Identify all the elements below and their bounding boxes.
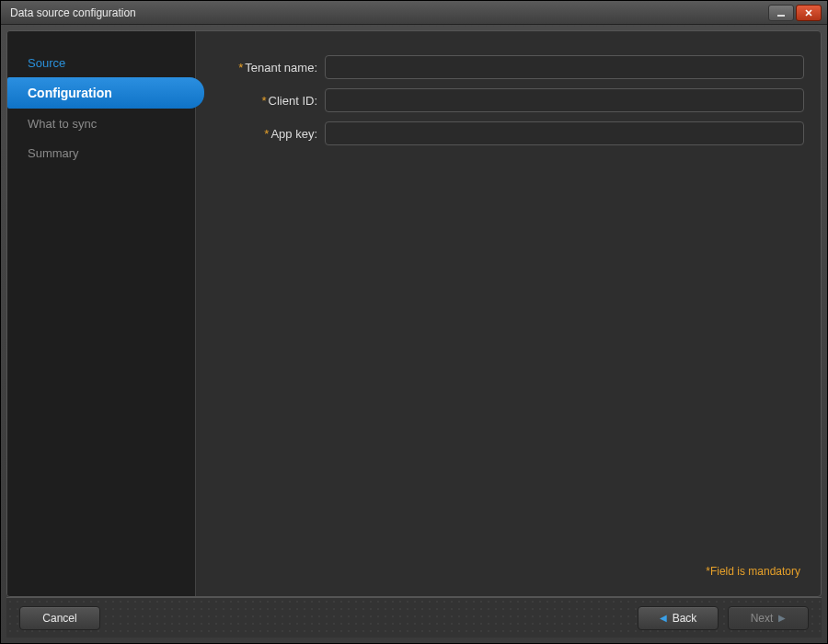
label-tenant-name: *Tenant name: [196,61,325,75]
footer: Cancel ◀ Back Next ▶ [6,597,822,638]
wizard-sidebar: Source Configuration What to sync Summar… [7,31,196,596]
sidebar-step-configuration[interactable]: Configuration [7,77,204,109]
content-area: *Tenant name: *Client ID: *App key: [196,31,821,596]
row-tenant-name: *Tenant name: [196,55,804,79]
minimize-button[interactable] [768,5,794,21]
back-button[interactable]: ◀ Back [638,606,719,630]
close-button[interactable] [796,5,822,21]
input-client-id[interactable] [325,88,804,112]
mandatory-note: *Field is mandatory [196,561,804,585]
label-app-key-text: App key: [270,127,317,141]
label-client-id: *Client ID: [196,94,325,108]
sidebar-step-summary: Summary [7,138,195,167]
form: *Tenant name: *Client ID: *App key: [196,55,804,561]
label-tenant-name-text: Tenant name: [245,61,317,75]
next-button-label: Next [751,612,774,625]
required-star-icon: * [238,61,243,75]
minimize-icon [776,8,786,17]
svg-rect-0 [777,15,785,17]
chevron-right-icon: ▶ [778,613,786,623]
sidebar-step-what-to-sync: What to sync [7,109,195,138]
label-app-key: *App key: [196,127,325,141]
titlebar: Data source configuration [1,1,827,25]
next-button: Next ▶ [728,606,809,630]
required-star-icon: * [261,94,266,108]
row-client-id: *Client ID: [196,88,804,112]
frame: Source Configuration What to sync Summar… [1,25,827,643]
close-icon [804,8,813,17]
back-button-label: Back [673,612,697,625]
required-star-icon: * [264,127,269,141]
cancel-button[interactable]: Cancel [19,606,100,630]
label-client-id-text: Client ID: [269,94,317,108]
main-panel: Source Configuration What to sync Summar… [6,30,822,597]
input-tenant-name[interactable] [325,55,804,79]
row-app-key: *App key: [196,121,804,145]
input-app-key[interactable] [325,121,804,145]
chevron-left-icon: ◀ [660,613,667,623]
sidebar-step-source[interactable]: Source [7,48,195,77]
window: Data source configuration Source Configu… [0,0,828,644]
window-title: Data source configuration [10,6,766,19]
